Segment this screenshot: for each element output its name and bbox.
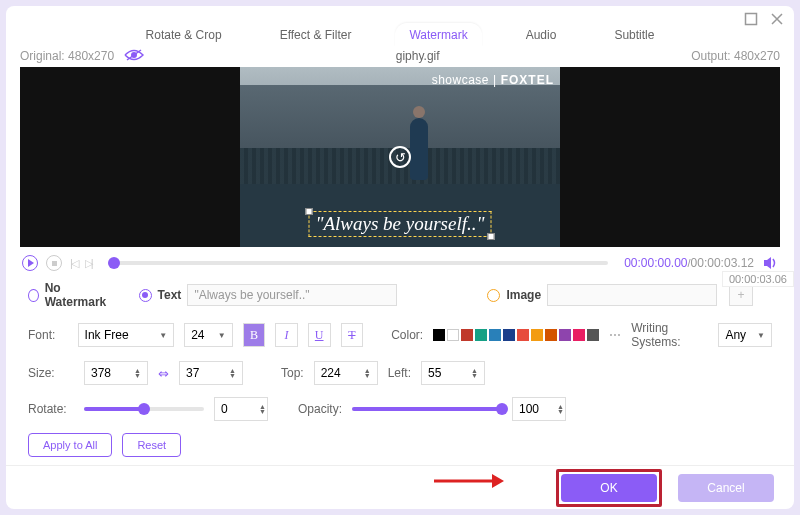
watermark-text-input[interactable]: [187, 284, 397, 306]
prev-frame-button[interactable]: |◁: [70, 257, 77, 270]
timeline-slider[interactable]: [108, 261, 608, 265]
tab-bar: Rotate & Crop Effect & Filter Watermark …: [6, 23, 794, 47]
writing-systems-select[interactable]: Any▼: [718, 323, 772, 347]
watermark-overlay[interactable]: "Always be yourself..": [309, 211, 492, 237]
top-input[interactable]: ▲▼: [314, 361, 378, 385]
rotate-value-input[interactable]: ▲▼: [214, 397, 268, 421]
tab-subtitle[interactable]: Subtitle: [600, 23, 668, 47]
rotate-label: Rotate:: [28, 402, 74, 416]
opacity-value-input[interactable]: ▲▼: [512, 397, 566, 421]
svg-marker-4: [492, 474, 504, 488]
color-swatch[interactable]: [587, 329, 599, 341]
filename: giphy.gif: [144, 49, 691, 63]
color-swatch[interactable]: [447, 329, 459, 341]
tab-effect-filter[interactable]: Effect & Filter: [266, 23, 366, 47]
tab-audio[interactable]: Audio: [512, 23, 571, 47]
radio-text-label: Text: [158, 288, 182, 302]
dialog-footer: OK Cancel: [6, 465, 794, 509]
writing-systems-label: Writing Systems:: [631, 321, 708, 349]
radio-image[interactable]: [487, 289, 500, 302]
add-image-button[interactable]: +: [729, 284, 753, 306]
tab-rotate-crop[interactable]: Rotate & Crop: [132, 23, 236, 47]
reset-button[interactable]: Reset: [122, 433, 181, 457]
font-size-select[interactable]: 24▼: [184, 323, 232, 347]
timecode: 00:00:00.00/00:00:03.12: [624, 256, 754, 270]
color-swatch[interactable]: [559, 329, 571, 341]
left-input[interactable]: ▲▼: [421, 361, 485, 385]
opacity-slider[interactable]: [352, 407, 502, 411]
watermark-form: 00:00:03.06 No Watermark Text Image + Fo…: [6, 273, 794, 465]
bold-button[interactable]: B: [243, 323, 266, 347]
eye-icon[interactable]: [124, 48, 144, 65]
strike-button[interactable]: T: [341, 323, 364, 347]
volume-icon[interactable]: [762, 255, 778, 271]
playback-bar: |◁ ▷| 00:00:00.00/00:00:03.12: [6, 253, 794, 273]
next-frame-button[interactable]: ▷|: [85, 257, 92, 270]
broadcast-badge: showcase|FOXTEL: [432, 73, 554, 87]
annotation-highlight: OK: [556, 469, 662, 507]
color-swatch[interactable]: [503, 329, 515, 341]
font-family-select[interactable]: Ink Free▼: [78, 323, 175, 347]
height-input[interactable]: ▲▼: [179, 361, 243, 385]
resolution-bar: Original: 480x270 giphy.gif Output: 480x…: [6, 47, 794, 65]
underline-button[interactable]: U: [308, 323, 331, 347]
radio-text[interactable]: [139, 289, 152, 302]
radio-no-watermark-label: No Watermark: [45, 281, 109, 309]
tab-watermark[interactable]: Watermark: [395, 23, 481, 47]
duration-readout: 00:00:03.06: [722, 271, 794, 287]
stop-button[interactable]: [46, 255, 62, 271]
left-label: Left:: [388, 366, 411, 380]
color-swatch[interactable]: [545, 329, 557, 341]
link-aspect-icon[interactable]: ⇔: [158, 366, 169, 381]
color-swatch[interactable]: [573, 329, 585, 341]
refresh-icon[interactable]: ↺: [389, 146, 411, 168]
editor-window: Rotate & Crop Effect & Filter Watermark …: [6, 6, 794, 509]
color-swatch[interactable]: [433, 329, 445, 341]
color-swatch[interactable]: [517, 329, 529, 341]
radio-image-label: Image: [506, 288, 541, 302]
output-res-label: Output: 480x270: [691, 49, 780, 63]
rotate-slider[interactable]: [84, 407, 204, 411]
video-preview[interactable]: showcase|FOXTEL ↺ "Always be yourself..": [240, 67, 560, 247]
annotation-arrow-icon: [434, 471, 504, 491]
original-res-label: Original: 480x270: [20, 49, 114, 63]
cancel-button[interactable]: Cancel: [678, 474, 774, 502]
apply-to-all-button[interactable]: Apply to All: [28, 433, 112, 457]
size-label: Size:: [28, 366, 74, 380]
color-label: Color:: [391, 328, 423, 342]
italic-button[interactable]: I: [275, 323, 298, 347]
radio-no-watermark[interactable]: [28, 289, 39, 302]
color-swatch[interactable]: [461, 329, 473, 341]
font-label: Font:: [28, 328, 68, 342]
play-button[interactable]: [22, 255, 38, 271]
color-swatch[interactable]: [489, 329, 501, 341]
ok-button[interactable]: OK: [561, 474, 657, 502]
color-swatch[interactable]: [475, 329, 487, 341]
color-swatch[interactable]: [531, 329, 543, 341]
watermark-image-input[interactable]: [547, 284, 717, 306]
preview-area: showcase|FOXTEL ↺ "Always be yourself..": [20, 67, 780, 247]
opacity-label: Opacity:: [298, 402, 342, 416]
color-swatches: [433, 329, 599, 341]
top-label: Top:: [281, 366, 304, 380]
width-input[interactable]: ▲▼: [84, 361, 148, 385]
more-colors-icon[interactable]: ⋯: [609, 328, 621, 342]
